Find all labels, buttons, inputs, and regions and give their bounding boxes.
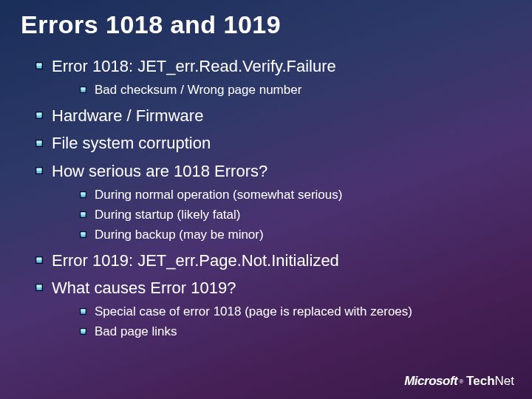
list-item: During normal operation (somewhat seriou…: [80, 187, 511, 204]
svg-rect-11: [37, 140, 42, 143]
list-item-text: Bad page links: [95, 324, 177, 338]
list-item-text: File system corruption: [52, 134, 211, 152]
slide-title: Errors 1018 and 1019: [21, 10, 511, 39]
bullet-list-level1: Error 1018: JET_err.Read.Verify.Failure …: [35, 55, 511, 341]
bullet-icon: [35, 284, 43, 291]
logo-registered: ®: [459, 378, 463, 385]
bullet-list-level2: Special case of error 1018 (page is repl…: [80, 304, 511, 341]
bullet-list-level2: Bad checksum / Wrong page number: [80, 82, 511, 99]
list-item: How serious are 1018 Errors? During norm…: [35, 160, 511, 244]
bullet-icon: [80, 191, 86, 198]
svg-rect-17: [81, 192, 85, 194]
svg-rect-8: [37, 112, 42, 115]
bullet-icon: [35, 167, 43, 174]
bullet-icon: [80, 231, 86, 238]
bullet-icon: [35, 140, 43, 147]
bullet-icon: [80, 211, 86, 218]
svg-rect-32: [81, 309, 85, 311]
svg-rect-20: [81, 212, 85, 214]
slide: Errors 1018 and 1019 Error 1018: JET_err…: [0, 0, 532, 399]
list-item-text: Error 1018: JET_err.Read.Verify.Failure: [52, 57, 336, 75]
svg-rect-26: [37, 257, 42, 260]
list-item-text: During startup (likely fatal): [95, 208, 240, 222]
list-item-text: What causes Error 1019?: [52, 279, 236, 297]
bullet-icon: [35, 112, 43, 119]
logo-net: Net: [495, 374, 514, 388]
logo-tech: Tech: [466, 374, 494, 388]
svg-rect-29: [37, 285, 42, 288]
bullet-icon: [35, 62, 43, 69]
bullet-list-level2: During normal operation (somewhat seriou…: [80, 187, 511, 244]
svg-rect-35: [81, 329, 85, 331]
list-item-text: Bad checksum / Wrong page number: [95, 83, 301, 97]
list-item: Bad page links: [80, 324, 511, 341]
list-item-text: How serious are 1018 Errors?: [52, 162, 267, 180]
list-item: Hardware / Firmware: [35, 105, 511, 127]
svg-rect-5: [81, 87, 85, 89]
bullet-icon: [80, 86, 86, 93]
list-item-text: Special case of error 1018 (page is repl…: [95, 304, 412, 318]
list-item: Error 1019: JET_err.Page.Not.Initialized: [35, 250, 511, 272]
bullet-icon: [80, 328, 86, 335]
logo-microsoft: Microsoft: [404, 374, 457, 389]
list-item: Special case of error 1018 (page is repl…: [80, 304, 511, 321]
svg-rect-14: [37, 168, 42, 171]
list-item-text: Hardware / Firmware: [52, 106, 203, 125]
list-item-text: During normal operation (somewhat seriou…: [95, 188, 342, 202]
list-item-text: Error 1019: JET_err.Page.Not.Initialized: [52, 251, 339, 270]
bullet-icon: [80, 308, 86, 315]
svg-rect-23: [81, 232, 85, 234]
list-item: What causes Error 1019? Special case of …: [35, 277, 511, 341]
list-item-text: During backup (may be minor): [95, 228, 264, 242]
bullet-icon: [35, 256, 43, 264]
list-item: File system corruption: [35, 132, 511, 154]
logo-technet: TechNet: [466, 374, 514, 389]
list-item: During startup (likely fatal): [80, 207, 511, 224]
svg-rect-2: [37, 64, 42, 66]
footer-logo: Microsoft® TechNet: [404, 374, 514, 389]
list-item: Bad checksum / Wrong page number: [80, 82, 511, 99]
list-item: Error 1018: JET_err.Read.Verify.Failure …: [35, 55, 511, 99]
list-item: During backup (may be minor): [80, 227, 511, 244]
